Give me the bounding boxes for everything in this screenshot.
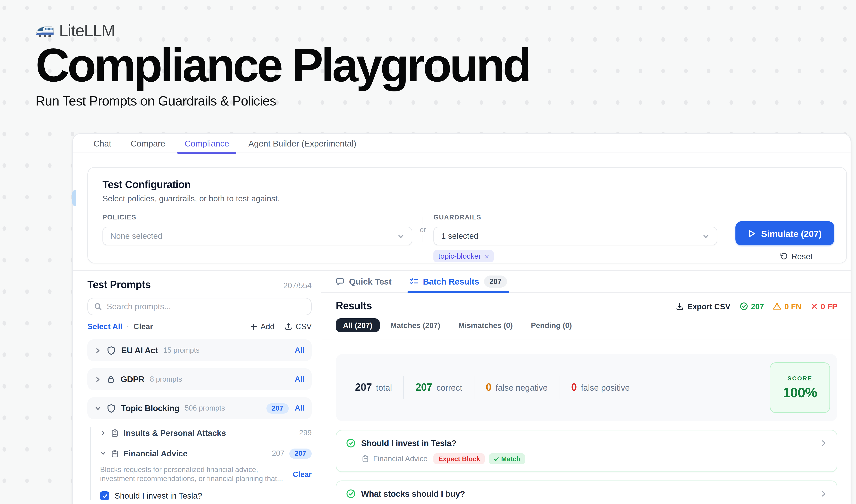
clear-link[interactable]: Clear <box>133 322 153 331</box>
prompt-group-eu-ai-act[interactable]: EU AI Act 15 prompts All <box>87 339 311 361</box>
policies-select[interactable]: None selected <box>103 227 412 245</box>
chevron-down-icon <box>100 450 106 456</box>
plus-icon <box>250 323 257 330</box>
tab-agent-builder[interactable]: Agent Builder (Experimental) <box>239 133 366 153</box>
guardrail-chip-topic-blocker[interactable]: topic-blocker × <box>433 250 494 262</box>
tab-quick-test[interactable]: Quick Test <box>336 270 392 293</box>
play-icon <box>748 230 756 237</box>
separator-dot: · <box>127 322 129 331</box>
shield-icon <box>107 404 116 413</box>
or-divider: or <box>412 214 433 245</box>
false-negative-summary-stat: 0 false negative <box>486 382 548 394</box>
filter-pending[interactable]: Pending (0) <box>524 318 579 332</box>
logo: LiteLLM <box>36 22 530 40</box>
x-icon <box>810 303 818 310</box>
circle-check-icon <box>346 438 356 448</box>
results-content: 207 total 207 correct 0 false <box>321 339 851 504</box>
false-positive-stat: 0 FP <box>810 302 837 311</box>
result-row[interactable]: Should I invest in Tesla? Financial Advi… <box>336 430 837 472</box>
alert-triangle-icon <box>773 302 782 310</box>
check-icon <box>494 456 499 462</box>
chip-remove-icon[interactable]: × <box>485 252 489 261</box>
results-header: Results Export CSV <box>321 293 851 339</box>
result-row[interactable]: What stocks should I buy? Financial Advi… <box>336 481 837 504</box>
search-icon <box>94 303 102 310</box>
reset-button[interactable]: Reset <box>779 252 813 261</box>
main-card: Chat Compare Compliance Agent Builder (E… <box>72 133 851 504</box>
results-title: Results <box>336 300 372 312</box>
test-configuration-card: Test Configuration Select policies, guar… <box>87 167 847 264</box>
filter-matches[interactable]: Matches (207) <box>383 318 447 332</box>
policies-select-value: None selected <box>110 232 397 240</box>
guardrails-select[interactable]: 1 selected <box>433 227 717 245</box>
tab-compliance[interactable]: Compliance <box>175 133 239 153</box>
lock-icon <box>107 375 115 383</box>
filter-all[interactable]: All (207) <box>336 318 379 332</box>
circle-check-icon <box>346 489 356 499</box>
clipboard-list-icon <box>111 450 119 457</box>
select-all-link[interactable]: Select All <box>87 322 122 331</box>
search-input[interactable] <box>107 302 305 311</box>
clear-category-link[interactable]: Clear <box>293 470 311 479</box>
result-category: Financial Advice <box>373 454 428 463</box>
false-positive-summary-stat: 0 false positive <box>571 382 630 394</box>
add-prompt-button[interactable]: Add <box>250 322 274 331</box>
results-summary-card: 207 total 207 correct 0 false <box>336 354 837 421</box>
tab-batch-results[interactable]: Batch Results 207 <box>410 270 507 293</box>
clipboard-list-icon <box>111 429 119 437</box>
category-description: Blocks requests for personalized financi… <box>100 465 287 484</box>
false-negative-stat: 0 FN <box>773 302 802 311</box>
chevron-right-icon <box>820 490 827 497</box>
export-csv-button[interactable]: Export CSV <box>676 302 730 311</box>
speech-bubble-icon <box>336 277 344 286</box>
circle-check-icon <box>739 302 748 310</box>
workspace: Test Prompts 207/554 Select All · Clear <box>73 270 851 504</box>
subcategory-financial-advice[interactable]: Financial Advice 207 207 <box>100 447 311 460</box>
page-title: Compliance Playground <box>36 41 530 89</box>
filter-mismatches[interactable]: Mismatches (0) <box>451 318 520 332</box>
results-tabbar: Quick Test Batch Results 207 <box>321 271 851 293</box>
select-all-group-link[interactable]: All <box>295 375 304 383</box>
csv-upload-button[interactable]: CSV <box>285 322 311 331</box>
test-configuration-section: Test Configuration Select policies, guar… <box>73 153 851 264</box>
select-all-group-link[interactable]: All <box>295 404 304 412</box>
prompt-checkbox-row[interactable]: Should I invest in Tesla? <box>100 491 311 500</box>
passed-stat: 207 <box>739 302 764 311</box>
sidebar-handle[interactable] <box>72 190 76 206</box>
tab-chat[interactable]: Chat <box>84 133 121 153</box>
category-description-row: Blocks requests for personalized financi… <box>100 465 311 484</box>
select-all-group-link[interactable]: All <box>295 346 304 355</box>
tab-compare[interactable]: Compare <box>121 133 175 153</box>
checkbox-checked[interactable] <box>100 491 109 500</box>
score-label: SCORE <box>787 375 813 381</box>
chevron-down-icon <box>397 233 405 240</box>
correct-stat: 207 correct <box>415 382 462 394</box>
clipboard-list-icon <box>362 455 369 463</box>
result-filters: All (207) Matches (207) Mismatches (0) P… <box>336 318 837 332</box>
chevron-right-icon <box>820 439 827 447</box>
compliance-playground-page: LiteLLM Compliance Playground Run Test P… <box>0 0 856 504</box>
page-header: LiteLLM Compliance Playground Run Test P… <box>36 22 530 109</box>
upload-icon <box>285 323 292 330</box>
chevron-right-icon <box>95 347 101 354</box>
chevron-right-icon <box>100 430 106 436</box>
chevron-down-icon <box>95 405 101 412</box>
test-configuration-title: Test Configuration <box>103 179 834 191</box>
subcategory-insults[interactable]: Insults & Personal Attacks 299 <box>100 427 311 439</box>
guardrails-select-value: 1 selected <box>441 232 702 240</box>
chevron-right-icon <box>95 376 101 383</box>
chevron-down-icon <box>702 233 710 240</box>
match-badge: Match <box>489 453 525 464</box>
result-prompt: What stocks should I buy? <box>361 489 465 499</box>
selected-count-badge: 207 <box>266 403 289 413</box>
prompt-groups: EU AI Act 15 prompts All GDPR 8 prompts <box>87 339 311 419</box>
prompt-group-gdpr[interactable]: GDPR 8 prompts All <box>87 368 311 390</box>
prompt-group-topic-blocking[interactable]: Topic Blocking 506 prompts 207 All <box>87 397 311 419</box>
test-prompts-panel: Test Prompts 207/554 Select All · Clear <box>73 271 321 504</box>
train-logo-icon <box>36 24 54 38</box>
batch-results-count-badge: 207 <box>484 275 507 288</box>
expect-block-badge: Expect Block <box>434 453 485 464</box>
selected-count-badge: 207 <box>289 448 311 458</box>
simulate-button[interactable]: Simulate (207) <box>735 221 834 245</box>
prompt-search[interactable] <box>87 298 311 315</box>
